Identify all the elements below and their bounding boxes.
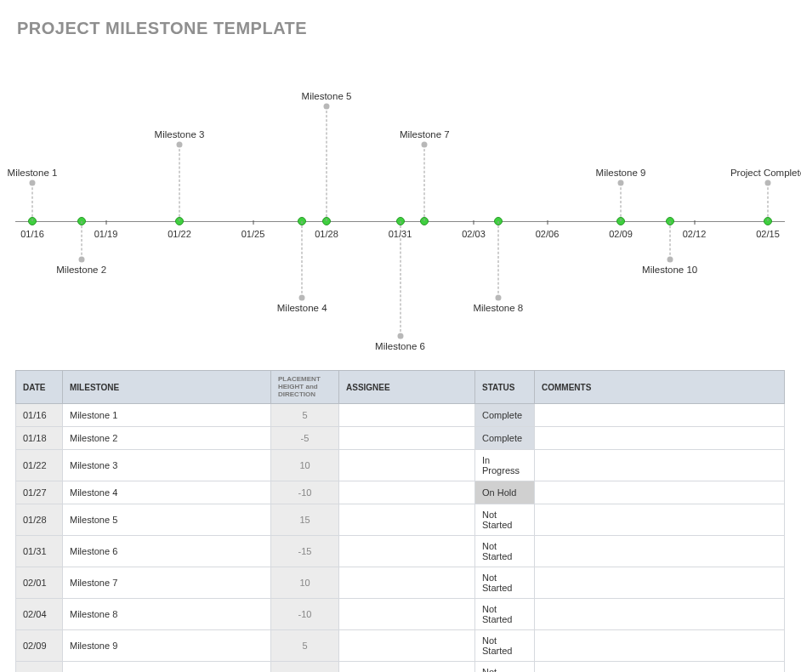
cell: 02/01 [16, 567, 63, 599]
milestone-enddot [618, 180, 624, 186]
col-date: DATE [16, 371, 63, 404]
cell [535, 450, 785, 481]
tick-mark [547, 220, 548, 225]
col-assignee: ASSIGNEE [339, 371, 475, 404]
milestone-stem [669, 221, 670, 259]
table-row: 02/04Milestone 8-10Not Started [16, 599, 785, 630]
table-row: 02/09Milestone 95Not Started [16, 630, 785, 662]
timeline-chart: 01/1601/1901/2201/2501/2801/3102/0302/06… [15, 47, 785, 336]
cell: Not Started [475, 536, 535, 567]
cell [535, 630, 785, 662]
cell: 02/09 [16, 630, 63, 662]
cell: In Progress [475, 450, 535, 481]
col-comments: COMMENTS [535, 371, 785, 404]
cell [535, 404, 785, 427]
cell: Milestone 10 [63, 662, 271, 672]
cell [339, 481, 475, 504]
cell: 01/31 [16, 536, 63, 567]
cell: Not Started [475, 567, 535, 599]
cell: Milestone 6 [63, 536, 271, 567]
cell [535, 599, 785, 630]
cell: 01/27 [16, 481, 63, 504]
cell [535, 567, 785, 599]
milestone-stem [327, 106, 327, 221]
page-title: PROJECT MILESTONE TEMPLATE [17, 19, 786, 38]
cell: -15 [271, 536, 339, 567]
cell: 15 [271, 504, 339, 536]
table-row: 01/31Milestone 6-15Not Started [16, 536, 785, 567]
table-row: 01/27Milestone 4-10On Hold [16, 481, 785, 504]
tick-mark [253, 220, 253, 225]
milestone-label: Project Complete [730, 168, 801, 178]
milestone-enddot [299, 295, 305, 301]
milestone-table: DATE MILESTONE PLACEMENT HEIGHT and DIRE… [15, 370, 785, 672]
cell [339, 599, 475, 630]
cell: 02/11 [16, 662, 63, 672]
cell: On Hold [475, 481, 535, 504]
table-row: 01/28Milestone 515Not Started [16, 504, 785, 536]
cell [535, 504, 785, 536]
tick-label: 02/06 [536, 229, 560, 239]
cell: 01/22 [16, 450, 63, 481]
tick-label: 02/12 [683, 229, 707, 239]
cell: Milestone 7 [63, 567, 271, 599]
cell: 01/16 [16, 404, 63, 427]
milestone-stem [179, 145, 180, 221]
cell [535, 481, 785, 504]
tick-mark [694, 220, 695, 225]
cell: Milestone 3 [63, 450, 271, 481]
cell: 01/18 [16, 427, 63, 450]
cell: -5 [271, 427, 339, 450]
tick-label: 02/03 [462, 229, 486, 239]
table-row: 02/11Milestone 10-5Not Started [16, 662, 785, 672]
tick-label: 02/15 [756, 229, 780, 239]
milestone-enddot [495, 295, 501, 301]
milestone-label: Milestone 1 [8, 168, 58, 178]
milestone-label: Milestone 4 [277, 303, 327, 313]
milestone-enddot [177, 142, 183, 148]
cell [339, 404, 475, 427]
table-header-row: DATE MILESTONE PLACEMENT HEIGHT and DIRE… [16, 371, 785, 404]
milestone-label: Milestone 3 [155, 129, 205, 140]
cell: 5 [271, 404, 339, 427]
table-row: 01/16Milestone 15Complete [16, 404, 785, 427]
milestone-stem [302, 221, 303, 298]
cell: Not Started [475, 630, 535, 662]
cell: Milestone 9 [63, 630, 271, 662]
milestone-stem [424, 145, 425, 221]
cell [535, 662, 785, 672]
cell: Complete [475, 427, 535, 450]
milestone-label: Milestone 6 [375, 341, 425, 351]
tick-label: 02/09 [609, 229, 633, 239]
milestone-label: Milestone 2 [56, 265, 106, 275]
milestone-label: Milestone 5 [302, 91, 352, 101]
cell: Milestone 4 [63, 481, 271, 504]
cell [339, 450, 475, 481]
cell: Complete [475, 404, 535, 427]
cell: 10 [271, 450, 339, 481]
milestone-label: Milestone 9 [596, 168, 646, 178]
col-placement: PLACEMENT HEIGHT and DIRECTION [271, 371, 339, 404]
milestone-stem [768, 183, 769, 221]
cell [339, 662, 475, 672]
milestone-enddot [324, 104, 330, 110]
cell: 10 [271, 567, 339, 599]
milestone-label: Milestone 7 [400, 129, 450, 140]
tick-label: 01/22 [168, 229, 191, 239]
milestone-stem [81, 221, 82, 259]
tick-mark [105, 220, 106, 225]
cell [339, 536, 475, 567]
tick-label: 01/28 [315, 229, 338, 239]
cell [339, 567, 475, 599]
cell: Milestone 1 [63, 404, 271, 427]
milestone-enddot [422, 142, 428, 148]
cell: Milestone 8 [63, 599, 271, 630]
cell: 02/04 [16, 599, 63, 630]
cell: Milestone 2 [63, 427, 271, 450]
milestone-stem [621, 183, 622, 221]
cell: Milestone 5 [63, 504, 271, 536]
col-milestone: MILESTONE [63, 371, 271, 404]
milestone-stem [400, 221, 400, 336]
cell: Not Started [475, 504, 535, 536]
milestone-stem [32, 183, 33, 221]
